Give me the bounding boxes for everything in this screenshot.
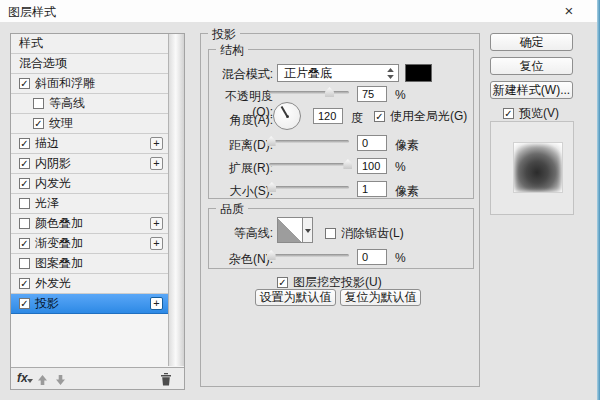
sidebar-item-10[interactable]: ✓渐变叠加+ <box>11 234 168 254</box>
structure-group: 结构 混合模式: 正片叠底 不透明度(O): 75 % 角度(A): 120 度… <box>208 49 474 199</box>
use-global-light-checkbox[interactable]: ✓ 使用全局光(G) <box>374 108 467 125</box>
item-label: 描边 <box>35 134 59 153</box>
noise-label: 杂色(N): <box>209 251 273 268</box>
distance-input[interactable]: 0 <box>357 135 387 151</box>
preview-checkbox[interactable]: ✓ 预览(V) <box>503 105 559 122</box>
item-checkbox[interactable]: ✓ <box>19 78 30 89</box>
reset-default-button[interactable]: 复位为默认值 <box>340 289 421 306</box>
anti-alias-checkbox[interactable]: 消除锯齿(L) <box>325 225 404 242</box>
spread-input[interactable]: 100 <box>357 158 387 174</box>
size-label: 大小(S): <box>209 183 273 200</box>
duplicate-effect-plus-icon[interactable]: + <box>150 217 163 230</box>
item-checkbox[interactable] <box>19 218 30 229</box>
blend-mode-label: 混合模式: <box>209 66 273 83</box>
ok-button[interactable]: 确定 <box>490 33 573 51</box>
item-checkbox[interactable]: ✓ <box>19 178 30 189</box>
panel-title: 投影 <box>208 26 240 43</box>
item-label: 颜色叠加 <box>35 214 83 233</box>
item-label: 内阴影 <box>35 154 71 173</box>
sidebar-footer: fx <box>11 367 184 389</box>
close-icon[interactable]: × <box>559 2 579 19</box>
drop-shadow-panel: 投影 结构 混合模式: 正片叠底 不透明度(O): 75 % 角度(A): 12… <box>200 33 480 387</box>
blend-mode-select[interactable]: 正片叠底 <box>277 64 399 82</box>
preview-check-icon[interactable]: ✓ <box>503 108 514 119</box>
sidebar-item-13[interactable]: ✓投影+ <box>11 294 168 314</box>
item-checkbox[interactable]: ✓ <box>19 238 30 249</box>
sidebar-item-9[interactable]: 颜色叠加+ <box>11 214 168 234</box>
item-label: 等高线 <box>49 94 85 113</box>
item-checkbox[interactable]: ✓ <box>19 298 30 309</box>
sidebar-scrollbar[interactable] <box>168 34 184 366</box>
sidebar-item-3[interactable]: 等高线 <box>11 94 168 114</box>
item-checkbox[interactable] <box>19 198 30 209</box>
sidebar-item-11[interactable]: 图案叠加 <box>11 254 168 274</box>
item-label: 图案叠加 <box>35 254 83 273</box>
noise-slider[interactable] <box>269 249 349 261</box>
duplicate-effect-plus-icon[interactable]: + <box>150 157 163 170</box>
opacity-slider[interactable] <box>269 86 349 98</box>
sidebar-item-2[interactable]: ✓斜面和浮雕 <box>11 74 168 94</box>
opacity-input[interactable]: 75 <box>357 86 387 102</box>
sidebar-item-12[interactable]: ✓外发光 <box>11 274 168 294</box>
item-checkbox[interactable]: ✓ <box>19 278 30 289</box>
angle-label: 角度(A): <box>209 112 273 129</box>
spread-slider[interactable] <box>269 158 349 170</box>
spread-unit: % <box>395 160 406 174</box>
duplicate-effect-plus-icon[interactable]: + <box>150 237 163 250</box>
style-preview-thumbnail <box>513 142 563 193</box>
dialog-title: 图层样式 <box>8 4 56 21</box>
sidebar-item-8[interactable]: 光泽 <box>11 194 168 214</box>
sidebar-item-6[interactable]: ✓内阴影+ <box>11 154 168 174</box>
make-default-button[interactable]: 设置为默认值 <box>255 289 336 306</box>
shadow-color-swatch[interactable] <box>405 64 432 82</box>
item-checkbox[interactable]: ✓ <box>33 118 44 129</box>
opacity-unit: % <box>395 88 406 102</box>
noise-input[interactable]: 0 <box>357 249 387 265</box>
noise-unit: % <box>395 251 406 265</box>
sidebar-item-7[interactable]: ✓内发光 <box>11 174 168 194</box>
contour-picker[interactable] <box>277 217 303 243</box>
item-checkbox[interactable]: ✓ <box>19 138 30 149</box>
style-list: 样式混合选项✓斜面和浮雕等高线✓纹理✓描边+✓内阴影+✓内发光光泽颜色叠加+✓渐… <box>11 34 168 366</box>
duplicate-effect-plus-icon[interactable]: + <box>150 137 163 150</box>
styles-sidebar: 样式混合选项✓斜面和浮雕等高线✓纹理✓描边+✓内阴影+✓内发光光泽颜色叠加+✓渐… <box>10 33 185 390</box>
distance-slider[interactable] <box>269 135 349 147</box>
size-slider[interactable] <box>269 181 349 193</box>
sidebar-item-0[interactable]: 样式 <box>11 34 168 54</box>
use-global-light-check-icon[interactable]: ✓ <box>374 111 385 122</box>
use-global-light-label: 使用全局光(G) <box>390 108 467 125</box>
item-label: 内发光 <box>35 174 71 193</box>
new-style-button[interactable]: 新建样式(W)... <box>490 81 573 99</box>
layer-knockout-check-icon[interactable]: ✓ <box>277 277 288 288</box>
move-effect-down-icon[interactable] <box>55 372 66 390</box>
size-input[interactable]: 1 <box>357 181 387 197</box>
anti-alias-check-icon[interactable] <box>325 228 336 239</box>
titlebar: 图层样式 × <box>0 0 597 22</box>
item-label: 混合选项 <box>19 54 67 73</box>
delete-effect-icon[interactable] <box>160 372 172 390</box>
reset-button[interactable]: 复位 <box>490 57 573 75</box>
preview-panel <box>490 121 574 215</box>
move-effect-up-icon[interactable] <box>37 372 48 390</box>
distance-unit: 像素 <box>395 137 419 154</box>
item-checkbox[interactable] <box>19 258 30 269</box>
quality-group-title: 品质 <box>216 201 248 218</box>
fx-caret-icon <box>27 379 33 383</box>
angle-dial[interactable] <box>273 102 301 130</box>
angle-input[interactable]: 120 <box>313 108 343 124</box>
spread-label: 扩展(R): <box>209 160 273 177</box>
item-checkbox[interactable]: ✓ <box>19 158 30 169</box>
anti-alias-label: 消除锯齿(L) <box>341 225 404 242</box>
sidebar-item-4[interactable]: ✓纹理 <box>11 114 168 134</box>
sidebar-item-5[interactable]: ✓描边+ <box>11 134 168 154</box>
quality-group: 品质 等高线: 消除锯齿(L) 杂色(N): 0 % <box>208 208 474 269</box>
item-checkbox[interactable] <box>33 98 44 109</box>
duplicate-effect-plus-icon[interactable]: + <box>150 297 163 310</box>
angle-unit: 度 <box>351 110 363 127</box>
item-label: 光泽 <box>35 194 59 213</box>
contour-dropdown-icon[interactable] <box>303 217 313 243</box>
item-label: 斜面和浮雕 <box>35 74 95 93</box>
item-label: 渐变叠加 <box>35 234 83 253</box>
item-label: 纹理 <box>49 114 73 133</box>
sidebar-item-1[interactable]: 混合选项 <box>11 54 168 74</box>
